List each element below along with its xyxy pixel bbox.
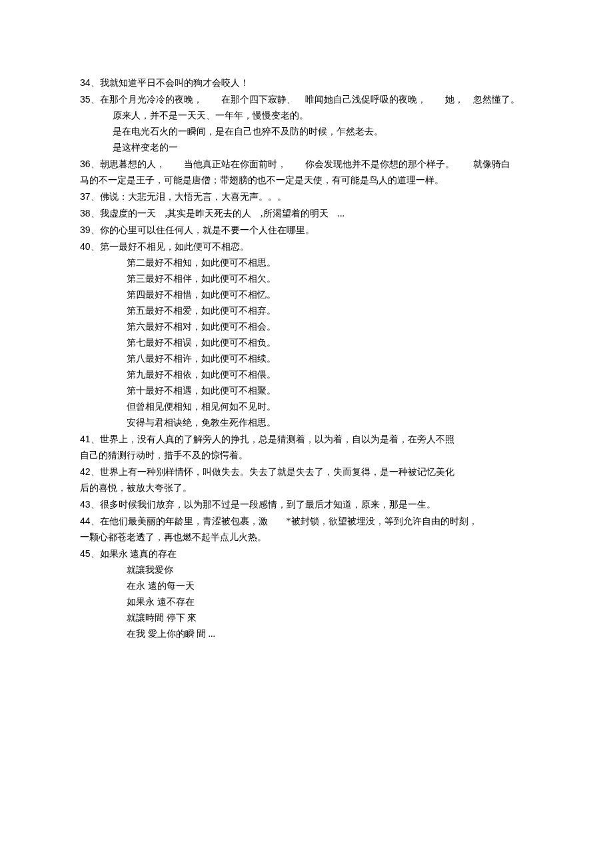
item-continuation: 第五最好不相爱，如此便可不相弃。 [80,303,533,319]
item-continuation: 自己的猜测行动时，措手不及的惊愕着。 [80,448,533,464]
list-item: 45、如果永 遠真的存在 [80,546,533,562]
item-continuation: 第四最好不相惜，如此便可不相忆。 [80,287,533,303]
list-item: 44、在他们最美丽的年龄里，青涩被包裹，激 *被封锁，欲望被埋没，等到允许自由的… [80,513,533,530]
item-number: 43 [80,499,91,510]
item-separator: 、 [91,159,100,169]
list-item: 34、我就知道平日不会叫的狗才会咬人！ [80,75,533,91]
item-separator: 、 [91,209,100,218]
item-continuation: 第九最好不相依，如此便可不相偎。 [80,367,533,383]
item-number: 37 [80,191,91,202]
item-continuation: 第十最好不相遇，如此便可不相聚。 [80,383,533,399]
item-text: 世界上有一种别样情怀，叫做失去。失去了就是失去了，失而复得，是一种被记忆美化 [100,467,454,477]
item-number: 41 [80,434,91,444]
item-text: 如果永 遠真的存在 [100,549,177,559]
list-item: 40、第一最好不相见，如此便可不相恋。 [80,238,533,255]
item-continuation: 一颗心都苍老透了，再也燃不起半点儿火热。 [80,530,533,546]
item-continuation: 第三最好不相伴，如此便可不相欠。 [80,271,533,287]
list-item: 41、世界上，没有人真的了解旁人的挣扎，总是猜测着，以为着，自以为是着，在旁人不… [80,431,533,448]
item-number: 34 [80,77,91,88]
item-continuation: 是在电光石火的一瞬间，是在自己也猝不及防的时候，乍然老去。 [80,124,533,140]
list-item: 35、在那个月光冷冷的夜晚， 在那个四下寂静、 唯闻她自己浅促呼吸的夜晚， 她，… [80,91,533,108]
item-separator: 、 [91,225,100,235]
item-continuation: 马的不一定是王子，可能是唐僧；带翅膀的也不一定是天使，有可能是鸟人的道理一样。 [80,173,533,189]
item-continuation: 在永 遠的每一天 [80,578,533,594]
item-text: 在那个月光冷冷的夜晚， 在那个四下寂静、 唯闻她自己浅促呼吸的夜晚， 她， 忽然… [100,95,520,105]
item-text: 佛说：大悲无泪，大悟无言，大喜无声。。。 [100,192,287,202]
item-separator: 、 [91,500,100,510]
item-continuation: 就讓我愛你 [80,562,533,578]
item-number: 38 [80,208,91,218]
item-text: 我虚度的一天 ,其实是昨天死去的人 ,所渴望着的明天 ... [100,209,345,218]
item-continuation: 后的喜悦，被放大夸张了。 [80,480,533,496]
item-text: 第一最好不相见，如此便可不相恋。 [100,242,249,252]
item-continuation: 在我 愛上你的瞬 間 ... [80,626,533,642]
item-text: 世界上，没有人真的了解旁人的挣扎，总是猜测着，以为着，自以为是着，在旁人不照 [100,434,454,444]
item-separator: 、 [91,516,100,526]
item-separator: 、 [91,95,100,105]
item-number: 39 [80,224,91,235]
item-separator: 、 [91,549,100,559]
list-item: 37、佛说：大悲无泪，大悟无言，大喜无声。。。 [80,189,533,205]
item-continuation: 第二最好不相知，如此便可不相思。 [80,255,533,271]
list-item: 43、很多时候我们放弃，以为那不过是一段感情，到了最后才知道，原来，那是一生。 [80,496,533,513]
item-continuation: 原来人，并不是一天天、一年年，慢慢变老的。 [80,108,533,124]
item-continuation: 就讓時間 停下 來 [80,610,533,626]
item-text: 在他们最美丽的年龄里，青涩被包裹，激 *被封锁，欲望被埋没，等到允许自由的时刻， [100,516,478,526]
item-text: 很多时候我们放弃，以为那不过是一段感情，到了最后才知道，原来，那是一生。 [100,500,436,510]
item-number: 45 [80,548,91,559]
item-continuation: 第七最好不相误，如此便可不相负。 [80,335,533,351]
item-separator: 、 [91,192,100,202]
item-text: 我就知道平日不会叫的狗才会咬人！ [100,78,249,88]
item-number: 40 [80,241,91,252]
item-number: 44 [80,516,91,526]
list-item: 39、你的心里可以住任何人，就是不要一个人住在哪里。 [80,222,533,238]
item-separator: 、 [91,434,100,444]
item-continuation: 但曾相见便相知，相见何如不见时。 [80,399,533,415]
document-page: 34、我就知道平日不会叫的狗才会咬人！35、在那个月光冷冷的夜晚， 在那个四下寂… [0,0,613,868]
item-continuation: 如果永 遠不存在 [80,594,533,610]
item-number: 35 [80,94,91,105]
item-text: 朝思暮想的人， 当他真正站在你面前时， 你会发现他并不是你想的那个样子。 就像骑… [100,159,510,169]
item-continuation: 第八最好不相许，如此便可不相续。 [80,351,533,367]
list-item: 38、我虚度的一天 ,其实是昨天死去的人 ,所渴望着的明天 ... [80,205,533,222]
item-separator: 、 [91,242,100,252]
list-item: 36、朝思暮想的人， 当他真正站在你面前时， 你会发现他并不是你想的那个样子。 … [80,156,533,173]
item-number: 42 [80,466,91,477]
item-continuation: 是这样变老的一 [80,140,533,156]
item-continuation: 安得与君相诀绝，免教生死作相思。 [80,415,533,431]
item-separator: 、 [91,78,100,88]
item-separator: 、 [91,467,100,477]
item-number: 36 [80,159,91,169]
item-continuation: 第六最好不相对，如此便可不相会。 [80,319,533,335]
list-item: 42、世界上有一种别样情怀，叫做失去。失去了就是失去了，失而复得，是一种被记忆美… [80,464,533,480]
item-text: 你的心里可以住任何人，就是不要一个人住在哪里。 [100,225,314,235]
